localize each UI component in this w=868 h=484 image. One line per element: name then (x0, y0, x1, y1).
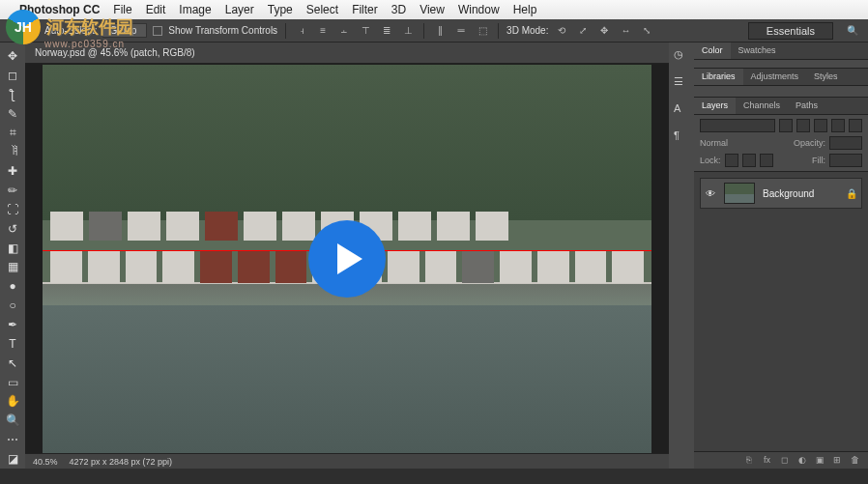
play-button[interactable] (308, 220, 386, 298)
document-area: Norway.psd @ 45.6% (patch, RGB/8) 40.5% … (25, 43, 669, 469)
tab-adjustments[interactable]: Adjustments (743, 69, 807, 85)
align-bottom-icon[interactable]: ⊥ (400, 23, 416, 39)
eyedropper-tool-icon[interactable]: ힿ (0, 142, 25, 161)
align-center-h-icon[interactable]: ≡ (315, 23, 331, 39)
slide-3d-icon[interactable]: ↔ (618, 23, 633, 39)
document-info[interactable]: 4272 px x 2848 px (72 ppi) (70, 457, 173, 467)
tab-color[interactable]: Color (694, 43, 731, 59)
lock-icon: 🔒 (846, 188, 857, 199)
history-brush-tool-icon[interactable]: ↺ (0, 219, 25, 239)
distribute-spacing-icon[interactable]: ⬚ (475, 23, 490, 39)
layer-item-background[interactable]: 👁 Background 🔒 (700, 178, 862, 209)
dodge-tool-icon[interactable]: ○ (0, 296, 25, 315)
filter-adjust-icon[interactable] (796, 119, 810, 132)
tab-channels[interactable]: Channels (736, 98, 788, 114)
lock-all-icon[interactable] (760, 154, 773, 167)
crop-tool-icon[interactable]: ⌗ (0, 123, 25, 142)
fg-bg-colors-icon[interactable]: ◪ (0, 449, 25, 469)
layer-name[interactable]: Background (763, 188, 838, 199)
brush-tool-icon[interactable]: ✏ (0, 181, 25, 200)
workspace-switcher[interactable]: Essentials (748, 22, 833, 40)
edit-toolbar-icon[interactable]: ⋯ (0, 430, 25, 449)
pan-3d-icon[interactable]: ✥ (596, 23, 612, 39)
tab-swatches[interactable]: Swatches (731, 43, 784, 59)
filter-smart-icon[interactable] (849, 119, 862, 132)
layers-options: Normal Opacity: Lock: Fill: (694, 115, 868, 172)
divider (285, 23, 286, 39)
move-tool-icon[interactable]: ✥ (0, 46, 25, 66)
marquee-tool-icon[interactable]: ◻ (0, 66, 25, 85)
menu-layer[interactable]: Layer (225, 3, 254, 16)
layer-visibility-icon[interactable]: 👁 (705, 188, 716, 199)
align-right-icon[interactable]: ⫠ (336, 23, 352, 39)
blend-mode-select[interactable]: Normal (700, 138, 735, 148)
new-fill-layer-icon[interactable]: ◐ (798, 455, 810, 467)
align-center-v-icon[interactable]: ≣ (379, 23, 394, 39)
menu-view[interactable]: View (420, 3, 445, 16)
divider (423, 23, 424, 39)
tools-panel: ✥ ◻ ƪ ✎ ⌗ ힿ ✚ ✏ ⛶ ↺ ◧ ▦ ● ○ ✒ T ↖ ▭ ✋ 🔍 … (0, 43, 25, 469)
pen-tool-icon[interactable]: ✒ (0, 315, 25, 334)
lock-label: Lock: (700, 156, 721, 165)
tab-styles[interactable]: Styles (806, 69, 846, 85)
align-left-icon[interactable]: ⫞ (294, 23, 309, 39)
distribute-v-icon[interactable]: ═ (453, 23, 469, 39)
orbit-3d-icon[interactable]: ⟲ (554, 23, 569, 39)
transform-controls-checkbox[interactable] (153, 26, 162, 36)
layer-mask-icon[interactable]: ◻ (781, 455, 793, 467)
quick-select-tool-icon[interactable]: ✎ (0, 104, 25, 124)
layer-filter-type[interactable] (700, 119, 775, 132)
filter-shape-icon[interactable] (831, 119, 845, 132)
lock-pixels-icon[interactable] (725, 154, 738, 167)
zoom-tool-icon[interactable]: 🔍 (0, 411, 25, 430)
panel-tabs-layers: Layers Channels Paths (694, 98, 868, 115)
menu-3d[interactable]: 3D (391, 3, 406, 16)
clone-stamp-tool-icon[interactable]: ⛶ (0, 200, 25, 219)
menu-select[interactable]: Select (306, 3, 338, 16)
history-panel-icon[interactable]: ◷ (674, 48, 689, 64)
zoom-level[interactable]: 40.5% (33, 457, 58, 467)
paragraph-panel-icon[interactable]: ¶ (674, 129, 689, 145)
watermark-url: www.pc0359.cn (44, 39, 125, 49)
menu-window[interactable]: Window (458, 3, 500, 16)
filter-pixel-icon[interactable] (779, 119, 793, 132)
gradient-tool-icon[interactable]: ▦ (0, 257, 25, 276)
panel-tabs-libraries: Libraries Adjustments Styles (694, 69, 868, 86)
filter-type-icon[interactable] (814, 119, 827, 132)
delete-layer-icon[interactable]: 🗑 (851, 455, 862, 467)
tab-libraries[interactable]: Libraries (694, 69, 743, 85)
lock-position-icon[interactable] (742, 154, 756, 167)
new-layer-icon[interactable]: ⊞ (833, 455, 845, 467)
layer-style-icon[interactable]: fx (764, 455, 775, 467)
tab-paths[interactable]: Paths (788, 98, 825, 114)
path-select-tool-icon[interactable]: ↖ (0, 354, 25, 373)
menu-type[interactable]: Type (268, 3, 293, 16)
properties-panel-icon[interactable]: ☰ (674, 75, 689, 91)
scale-3d-icon[interactable]: ⤡ (639, 23, 654, 39)
eraser-tool-icon[interactable]: ◧ (0, 239, 25, 258)
fill-input[interactable] (829, 154, 862, 167)
distribute-h-icon[interactable]: ‖ (432, 23, 448, 39)
rectangle-tool-icon[interactable]: ▭ (0, 373, 25, 392)
lasso-tool-icon[interactable]: ƪ (0, 85, 25, 104)
align-top-icon[interactable]: ⊤ (358, 23, 373, 39)
tab-layers[interactable]: Layers (694, 98, 736, 114)
menu-filter[interactable]: Filter (352, 3, 378, 16)
link-layers-icon[interactable]: ⎘ (746, 455, 758, 467)
opacity-input[interactable] (829, 136, 862, 150)
menu-help[interactable]: Help (513, 3, 537, 16)
search-icon[interactable]: 🔍 (845, 23, 860, 39)
hand-tool-icon[interactable]: ✋ (0, 391, 25, 411)
blur-tool-icon[interactable]: ● (0, 276, 25, 296)
menu-image[interactable]: Image (179, 3, 211, 16)
fill-label: Fill: (812, 156, 825, 165)
type-tool-icon[interactable]: T (0, 334, 25, 354)
watermark-logo: JH (6, 10, 41, 44)
roll-3d-icon[interactable]: ⤢ (575, 23, 591, 39)
layer-thumbnail[interactable] (724, 183, 755, 204)
new-group-icon[interactable]: ▣ (816, 455, 827, 467)
menu-edit[interactable]: Edit (146, 3, 166, 16)
canvas[interactable] (25, 64, 669, 453)
character-panel-icon[interactable]: A (674, 102, 689, 118)
spot-heal-tool-icon[interactable]: ✚ (0, 161, 25, 181)
